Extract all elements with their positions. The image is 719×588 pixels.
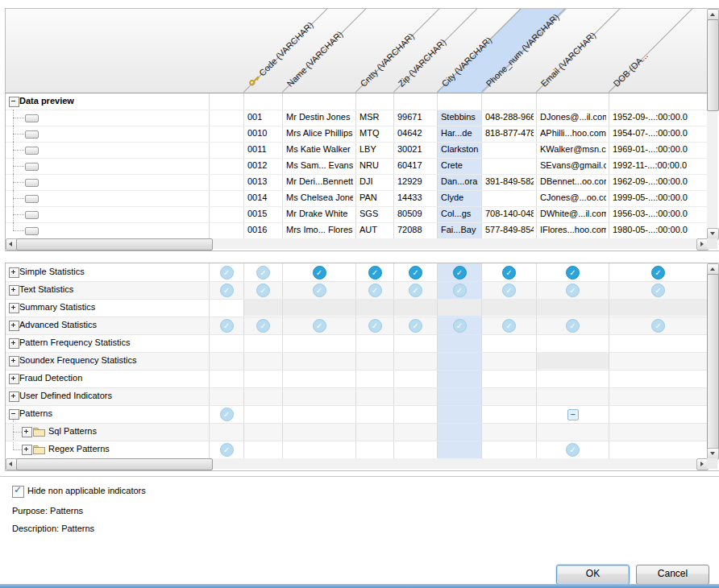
selected-indicator-check[interactable] <box>409 266 422 280</box>
window-border <box>0 584 719 588</box>
partially-selected-indicator-check[interactable] <box>313 319 326 333</box>
partially-selected-indicator-check[interactable] <box>502 284 516 297</box>
indicator-row-user-defined-indicators[interactable]: User Defined Indicators <box>6 387 707 406</box>
cell-phone-num: 577-849-854 <box>485 222 534 238</box>
data-preview-group-row[interactable]: Data preview <box>6 93 707 110</box>
partially-selected-indicator-check[interactable] <box>502 319 516 333</box>
arrow-right-icon <box>700 462 704 466</box>
not-applicable-cell <box>438 299 481 316</box>
scrollbar-thumb[interactable] <box>16 458 213 470</box>
cell-dob: 1992-11-...:00:00.0 <box>613 158 704 173</box>
partially-selected-indicator-check[interactable] <box>566 319 580 333</box>
tree-line <box>13 182 24 183</box>
expand-expander[interactable] <box>9 338 19 349</box>
scrollbar-thumb[interactable] <box>707 274 719 449</box>
expand-expander[interactable] <box>9 374 19 384</box>
cell-city: Col...gs <box>441 206 479 222</box>
hide-non-applicable-label[interactable]: Hide non applicable indicators <box>27 486 146 495</box>
horizontal-scrollbar[interactable] <box>6 238 707 249</box>
cancel-button[interactable]: Cancel <box>636 565 709 585</box>
expand-expander[interactable] <box>9 391 19 402</box>
indicator-row-patterns[interactable]: Patterns <box>6 405 707 424</box>
cell-name: Ms Chelsea Jones <box>286 190 353 205</box>
selected-indicator-check[interactable] <box>651 266 665 280</box>
indicator-row-fraud-detection[interactable]: Fraud Detection <box>6 370 707 388</box>
indicator-label: Summary Statistics <box>19 299 95 316</box>
expand-expander[interactable] <box>9 285 19 296</box>
cell-zip: 12929 <box>397 174 434 189</box>
selected-indicator-check[interactable] <box>502 266 516 280</box>
vertical-scrollbar[interactable] <box>707 9 717 238</box>
column-header-dob-da[interactable]: DOB (DA... <box>612 51 650 89</box>
indicator-row-simple-statistics[interactable]: Simple Statistics <box>6 263 707 282</box>
cell-phone-num: 818-877-478 <box>485 126 534 141</box>
partially-selected-indicator-check[interactable] <box>651 319 665 333</box>
partial-selection-indicator[interactable] <box>567 409 579 420</box>
not-applicable-cell <box>609 299 707 316</box>
partially-selected-indicator-check[interactable] <box>220 284 234 297</box>
cell-email: CJones@...oo.com <box>540 190 606 205</box>
partially-selected-indicator-check[interactable] <box>256 284 270 297</box>
indicator-row-pattern-frequency-statistics[interactable]: Pattern Frequency Statistics <box>6 334 707 353</box>
partially-selected-indicator-check[interactable] <box>220 266 234 280</box>
partially-selected-indicator-check[interactable] <box>453 319 467 333</box>
selected-indicator-check[interactable] <box>566 266 580 280</box>
selected-indicator-check[interactable] <box>368 266 382 280</box>
cell-code: 0010 <box>247 126 280 141</box>
expand-expander[interactable] <box>22 445 32 455</box>
partially-selected-indicator-check[interactable] <box>566 443 580 457</box>
hide-non-applicable-checkbox[interactable] <box>12 486 24 498</box>
partially-selected-indicator-check[interactable] <box>453 284 467 297</box>
indicators-panel: Simple StatisticsText StatisticsSummary … <box>5 263 719 471</box>
collapse-expander[interactable] <box>9 409 19 420</box>
ok-button[interactable]: OK <box>556 565 630 585</box>
partially-selected-indicator-check[interactable] <box>220 319 234 333</box>
indicator-row-regex-patterns[interactable]: Regex Patterns <box>6 441 707 458</box>
cell-code: 0013 <box>247 174 280 189</box>
partially-selected-indicator-check[interactable] <box>566 284 580 297</box>
horizontal-scrollbar[interactable] <box>6 458 707 469</box>
indicator-row-sql-patterns[interactable]: Sql Patterns <box>6 423 707 441</box>
not-applicable-cell <box>244 299 282 316</box>
expand-expander[interactable] <box>9 303 19 313</box>
indicator-row-advanced-statistics[interactable]: Advanced Statistics <box>6 317 707 335</box>
partially-selected-indicator-check[interactable] <box>368 319 382 333</box>
column-header-email-varchar[interactable]: Email (VARCHAR) <box>539 30 598 89</box>
partially-selected-indicator-check[interactable] <box>368 284 382 297</box>
cell-city: Fai...Bay <box>441 222 479 238</box>
cell-code: 0012 <box>247 158 280 173</box>
partially-selected-indicator-check[interactable] <box>256 319 270 333</box>
cell-phone-num: 391-849-582 <box>485 174 534 189</box>
selected-indicator-check[interactable] <box>313 266 326 280</box>
column-header-code-varchar[interactable]: Code (VARCHAR) <box>247 20 315 89</box>
partially-selected-indicator-check[interactable] <box>409 319 422 333</box>
selected-indicator-check[interactable] <box>453 266 467 280</box>
partially-selected-indicator-check[interactable] <box>409 284 422 297</box>
partially-selected-indicator-check[interactable] <box>313 284 326 297</box>
expand-expander[interactable] <box>9 356 19 366</box>
partially-selected-indicator-check[interactable] <box>651 284 665 297</box>
scrollbar-thumb[interactable] <box>16 238 213 251</box>
expand-expander[interactable] <box>9 321 19 331</box>
cell-dob: 1962-09-...:00:00.0 <box>613 174 704 189</box>
row-handle-icon <box>25 227 39 235</box>
row-handle-icon <box>25 211 39 219</box>
scrollbar-corner <box>707 238 717 249</box>
collapse-expander[interactable] <box>9 97 19 107</box>
partially-selected-indicator-check[interactable] <box>220 408 234 421</box>
column-headers: Code (VARCHAR)Name (VARCHAR)Cntty (VARCH… <box>6 9 707 93</box>
partially-selected-indicator-check[interactable] <box>220 443 234 457</box>
indicator-row-text-statistics[interactable]: Text Statistics <box>6 281 707 300</box>
vertical-scrollbar[interactable] <box>707 263 717 458</box>
arrow-left-icon <box>9 242 12 246</box>
preview-row: 0016Mrs Imo... FloresAUT72088Fai...Bay57… <box>6 222 707 238</box>
cell-zip: 99671 <box>397 110 434 125</box>
expand-expander[interactable] <box>22 427 32 437</box>
indicator-row-summary-statistics[interactable]: Summary Statistics <box>6 299 707 317</box>
cell-name: Ms Sam... Evans <box>286 158 353 173</box>
scrollbar-thumb[interactable] <box>707 19 719 111</box>
expand-expander[interactable] <box>9 267 19 278</box>
partially-selected-indicator-check[interactable] <box>256 266 270 280</box>
indicator-row-soundex-frequency-statistics[interactable]: Soundex Frequency Statistics <box>6 352 707 371</box>
cell-name: Ms Katie Walker <box>286 142 353 157</box>
